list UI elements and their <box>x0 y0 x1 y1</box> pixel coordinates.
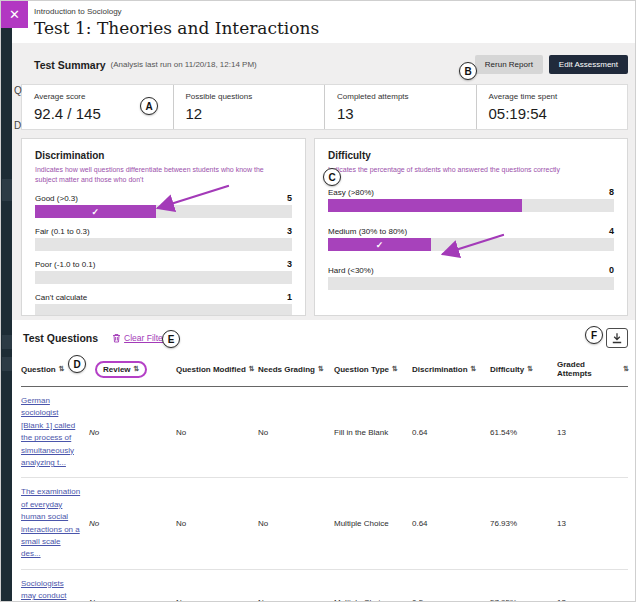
review-header-highlight: Review ⇅ <box>95 361 147 378</box>
review-cell: No <box>89 428 176 437</box>
test-questions-heading: Test Questions <box>23 332 98 344</box>
graded-attempts-cell: 13 <box>557 519 629 528</box>
bar-track <box>328 277 614 290</box>
column-header-review[interactable]: Review ⇅ <box>89 361 176 378</box>
stat-completed-attempts: Completed attempts 13 <box>324 85 476 129</box>
bar-count: 0 <box>609 265 614 275</box>
download-icon <box>611 332 623 344</box>
underlying-icon-fragment <box>2 335 12 349</box>
difficulty-bar-easy[interactable]: Easy (>80%) 8 <box>328 187 614 212</box>
table-row: Sociologists may conduct cross-cultural … <box>21 570 628 602</box>
stat-possible-questions: Possible questions 12 <box>173 85 325 129</box>
question-link[interactable]: The examination of everyday human social… <box>21 486 89 560</box>
difficulty-bar-hard[interactable]: Hard (<30%) 0 <box>328 265 614 290</box>
bar-track <box>35 304 292 316</box>
annotation-badge-b: B <box>459 62 477 80</box>
download-button[interactable] <box>606 328 628 348</box>
annotation-badge-e: E <box>162 330 180 348</box>
stat-value: 13 <box>337 105 464 122</box>
stat-label: Possible questions <box>186 92 313 101</box>
discrimination-cell: 0.64 <box>412 428 490 437</box>
discrimination-cell: 0.64 <box>412 519 490 528</box>
panel-header: Introduction to Sociology Test 1: Theori… <box>12 1 636 43</box>
trash-icon <box>112 333 121 343</box>
table-row: German sociologist [Blank 1] called the … <box>21 387 628 478</box>
graded-attempts-cell: 13 <box>557 598 629 602</box>
sort-icon: ⇅ <box>318 365 324 373</box>
page-title: Test 1: Theories and Interactions <box>34 18 636 38</box>
table-header-row: Question ⇅ Review ⇅ Question Modified ⇅ … <box>21 358 628 387</box>
close-icon: ✕ <box>9 7 20 22</box>
annotation-badge-c: C <box>323 168 341 186</box>
difficulty-description: Indicates the percentage of students who… <box>328 165 603 175</box>
bar-count: 4 <box>609 226 614 236</box>
summary-stats-band: Average score 92.4 / 145 Possible questi… <box>21 84 628 130</box>
difficulty-cell: 57.95% <box>490 598 557 602</box>
column-header-difficulty[interactable]: Difficulty ⇅ <box>490 365 557 374</box>
bar-track: ✓ <box>328 238 614 251</box>
difficulty-title: Difficulty <box>328 150 614 161</box>
bar-count: 3 <box>287 226 292 236</box>
difficulty-cell: 76.93% <box>490 519 557 528</box>
annotation-badge-d: D <box>68 355 86 373</box>
bar-label: Can't calculate <box>35 293 87 302</box>
difficulty-panel: Difficulty Indicates the percentage of s… <box>314 138 628 316</box>
bar-track <box>35 271 292 284</box>
bar-count: 1 <box>287 292 292 302</box>
discrimination-bar-good[interactable]: Good (>0.3) 5 ✓ <box>35 193 292 218</box>
edit-assessment-button[interactable]: Edit Assessment <box>549 55 628 74</box>
bar-track <box>328 199 614 212</box>
sort-icon: ⇅ <box>527 365 533 373</box>
close-button[interactable]: ✕ <box>1 1 28 28</box>
discrimination-panel: Discrimination Indicates how well questi… <box>21 138 306 316</box>
discrimination-title: Discrimination <box>35 150 292 161</box>
column-header-graded-attempts[interactable]: Graded Attempts ⇅ <box>557 360 629 378</box>
question-modified-cell: No <box>176 428 258 437</box>
graded-attempts-cell: 13 <box>557 428 629 437</box>
stat-label: Completed attempts <box>337 92 464 101</box>
table-row: The examination of everyday human social… <box>21 478 628 569</box>
column-header-discrimination[interactable]: Discrimination ⇅ <box>412 365 490 374</box>
question-type-cell: Multiple Choice <box>334 519 412 528</box>
bar-label: Fair (0.1 to 0.3) <box>35 227 90 236</box>
bar-label: Medium (30% to 80%) <box>328 227 407 236</box>
question-link[interactable]: Sociologists may conduct cross-cultural … <box>21 578 89 602</box>
annotation-badge-a: A <box>140 97 158 115</box>
check-icon: ✓ <box>92 207 100 217</box>
discrimination-bar-fair[interactable]: Fair (0.1 to 0.3) 3 <box>35 226 292 251</box>
underlying-text-fragment: Q <box>14 85 22 96</box>
bar-label: Good (>0.3) <box>35 194 78 203</box>
sort-icon: ⇅ <box>249 365 255 373</box>
bar-count: 8 <box>609 187 614 197</box>
underlying-text-fragment: D <box>14 120 21 131</box>
review-cell: No <box>89 598 176 602</box>
question-link[interactable]: German sociologist [Blank 1] called the … <box>21 395 89 469</box>
sort-icon: ⇅ <box>623 365 629 373</box>
column-header-question-modified[interactable]: Question Modified ⇅ <box>176 365 258 374</box>
bar-label: Hard (<30%) <box>328 266 374 275</box>
needs-grading-cell: No <box>258 428 334 437</box>
analytics-overlay-page: Q D ✕ Introduction to Sociology Test 1: … <box>0 0 636 602</box>
discrimination-bar-cant-calculate[interactable]: Can't calculate 1 <box>35 292 292 316</box>
underlying-icon-fragment <box>2 179 12 201</box>
rerun-report-button[interactable]: Rerun Report <box>475 55 543 74</box>
column-header-question-type[interactable]: Question Type ⇅ <box>334 365 412 374</box>
underlying-icon-fragment <box>2 357 12 371</box>
annotation-badge-f: F <box>585 326 603 344</box>
discrimination-cell: 0.5 <box>412 598 490 602</box>
stat-label: Average time spent <box>489 92 616 101</box>
difficulty-cell: 61.54% <box>490 428 557 437</box>
sort-icon: ⇅ <box>392 365 398 373</box>
stat-value: 12 <box>186 105 313 122</box>
sort-icon: ⇅ <box>471 365 477 373</box>
course-name: Introduction to Sociology <box>34 7 636 16</box>
analysis-last-run-note: (Analysis last run on 11/20/18, 12:14 PM… <box>111 60 257 69</box>
bar-fill: ✓ <box>328 238 431 251</box>
test-questions-section: Test Questions Clear Filters Question ⇅ <box>12 320 636 602</box>
discrimination-bar-poor[interactable]: Poor (-1.0 to 0.1) 3 <box>35 259 292 284</box>
column-header-needs-grading[interactable]: Needs Grading ⇅ <box>258 365 334 374</box>
discrimination-description: Indicates how well questions differentia… <box>35 165 282 185</box>
question-modified-cell: No <box>176 598 258 602</box>
question-type-cell: Multiple Choice <box>334 598 412 602</box>
difficulty-bar-medium[interactable]: Medium (30% to 80%) 4 ✓ <box>328 226 614 251</box>
